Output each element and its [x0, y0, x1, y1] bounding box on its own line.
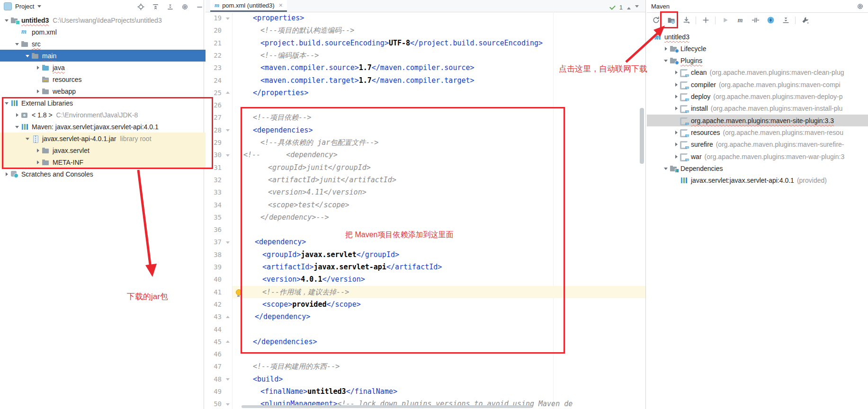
chevron-down-icon[interactable] [662, 162, 670, 174]
code-token: <!-- <dependency> [243, 151, 338, 159]
project-item-webapp[interactable]: webapp [0, 85, 238, 97]
chevron-right-icon[interactable] [662, 43, 670, 54]
code-line-30: <!-- <dependency> [243, 149, 338, 161]
chevron-right-icon[interactable] [34, 144, 42, 156]
chevron-right-icon[interactable] [672, 91, 680, 103]
fold-marker-icon[interactable] [224, 398, 231, 409]
lightbulb-icon[interactable] [236, 289, 242, 295]
maven-item-plugins[interactable]: Plugins [647, 55, 868, 67]
fold-marker-icon[interactable] [224, 373, 231, 386]
chevron-right-icon[interactable] [672, 103, 680, 115]
code-token: </maven.compiler.source> [372, 63, 474, 72]
code-line-25: </properties> [253, 87, 308, 99]
jar-icon [31, 135, 40, 142]
maven-item-compiler[interactable]: mcompiler(org.apache.maven.plugins:maven… [647, 79, 868, 90]
editor-body[interactable]: 19<properties>20<!--项目的默认构造编码-->21<proje… [206, 12, 645, 409]
ide-window: Project untitled3C:\Users\wang\IdeaProje… [0, 0, 868, 409]
project-item-untitled3[interactable]: untitled3C:\Users\wang\IdeaProjects\unti… [0, 14, 206, 26]
inspection-widget[interactable]: 1 [610, 4, 639, 11]
project-item-javax.servlet[interactable]: javax.servlet [0, 144, 238, 156]
code-line-49: <finalName>untitled3</finalName> [260, 385, 397, 398]
project-item-javax.servlet-api-4.0.1.jar[interactable]: javax.servlet-api-4.0.1.jarlibrary root [0, 133, 227, 144]
code-line-31: <groupId>junit</groupId> [268, 161, 371, 174]
code-token: <artifactId> [262, 263, 313, 271]
tree-item-label: surefire [691, 141, 713, 148]
maven-item-deploy[interactable]: mdeploy(org.apache.maven.plugins:maven-d… [647, 91, 868, 103]
fold-marker-icon[interactable] [224, 236, 231, 249]
chevron-down-icon[interactable] [13, 121, 21, 133]
previous-problem-icon[interactable] [627, 5, 631, 9]
tab-pom-xml[interactable]: m pom.xml (untitled3) × [210, 0, 287, 12]
maven-item-install[interactable]: minstall(org.apache.maven.plugins:maven-… [647, 103, 868, 115]
line-number: 38 [206, 249, 222, 261]
maven-item-javax.servlet-javax.servlet-api-4.0.1[interactable]: javax.servlet:javax.servlet-api:4.0.1(pr… [647, 175, 868, 187]
project-item-scratches-and-consoles[interactable]: Scratches and Consoles [0, 168, 206, 180]
fold-marker-icon[interactable] [224, 311, 231, 323]
maven-tree: muntitled3LifecyclePluginsmclean(org.apa… [647, 0, 868, 409]
chevron-right-icon[interactable] [672, 126, 680, 138]
editor-horizontal-scrollbar[interactable] [242, 405, 531, 408]
project-item-pom.xml[interactable]: mpom.xml [0, 26, 217, 38]
line-number: 42 [206, 298, 222, 311]
fold-marker-icon[interactable] [224, 87, 231, 99]
maven-item-dependencies[interactable]: Dependencies [647, 162, 868, 174]
code-token: <version> [262, 275, 301, 284]
fold-marker-icon[interactable] [224, 336, 231, 348]
project-item-java[interactable]: java [0, 62, 238, 73]
project-item-resources[interactable]: resources [0, 73, 238, 85]
chevron-right-icon[interactable] [13, 109, 21, 121]
chevron-right-icon[interactable] [34, 62, 42, 73]
code-token: <groupId>junit</groupId> [268, 163, 371, 172]
project-item-1.8[interactable]: < 1.8 >C:\Environment\Java\JDK-8 [0, 109, 217, 121]
chevron-down-icon[interactable] [3, 14, 10, 26]
editor-vertical-scrollbar[interactable] [640, 108, 644, 164]
chevron-right-icon[interactable] [672, 67, 680, 79]
tree-item-suffix: C:\Environment\Java\JDK-8 [56, 111, 138, 119]
line-number: 26 [206, 99, 222, 112]
fold-marker-icon[interactable] [224, 12, 231, 25]
project-item-external-libraries[interactable]: External Libraries [0, 97, 206, 109]
maven-item-org.apache.maven.plugins-maven-site-plugin-3.3[interactable]: morg.apache.maven.plugins:maven-site-plu… [647, 115, 868, 126]
chevron-right-icon[interactable] [672, 139, 680, 151]
code-token: </scope> [326, 300, 360, 309]
chevron-down-icon[interactable] [24, 133, 31, 144]
project-panel: Project untitled3C:\Users\wang\IdeaProje… [0, 0, 204, 409]
line-number: 41 [206, 286, 222, 299]
plugin-icon: m [680, 93, 689, 100]
project-item-maven-javax.servlet-javax.servlet-api-4.0.1[interactable]: Maven: javax.servlet:javax.servlet-api:4… [0, 121, 217, 133]
code-token: provided [292, 300, 326, 309]
maven-item-surefire[interactable]: msurefire(org.apache.maven.plugins:maven… [647, 139, 868, 151]
chevron-down-icon[interactable] [662, 55, 670, 67]
code-token: <!--作用域，建议去掉--> [262, 288, 349, 296]
line-number: 32 [206, 174, 222, 187]
project-item-src[interactable]: src [0, 38, 217, 50]
project-item-meta-inf[interactable]: META-INF [0, 156, 238, 168]
maven-item-untitled3[interactable]: muntitled3 [647, 31, 868, 43]
tree-item-suffix: (org.apache.maven.plugins:maven-install-… [711, 105, 843, 112]
tree-item-label: resources [53, 76, 81, 83]
line-number: 46 [206, 348, 222, 361]
code-token: <!--项目的默认构造编码--> [260, 26, 354, 35]
chevron-right-icon[interactable] [34, 85, 42, 97]
close-icon[interactable]: × [279, 1, 283, 9]
chevron-down-icon[interactable] [13, 38, 21, 50]
maven-item-war[interactable]: mwar(org.apache.maven.plugins:maven-war-… [647, 151, 868, 162]
fold-marker-icon[interactable] [224, 149, 231, 161]
code-line-38: <groupId>javax.servlet</groupId> [262, 249, 399, 261]
chevron-right-icon[interactable] [672, 79, 680, 90]
chevron-right-icon[interactable] [34, 156, 42, 168]
project-item-main[interactable]: main [0, 50, 227, 62]
tree-item-label: Maven: javax.servlet:javax.servlet-api:4… [32, 123, 159, 131]
next-problem-icon[interactable] [635, 5, 639, 9]
code-token: </version> [322, 275, 365, 284]
chevron-down-icon[interactable] [3, 97, 10, 109]
maven-item-clean[interactable]: mclean(org.apache.maven.plugins:maven-cl… [647, 67, 868, 79]
maven-item-resources[interactable]: mresources(org.apache.maven.plugins:mave… [647, 126, 868, 138]
code-line-43: </dependency> [255, 311, 310, 323]
maven-item-lifecycle[interactable]: Lifecycle [647, 43, 868, 54]
fold-marker-icon[interactable] [224, 124, 231, 137]
chevron-down-icon[interactable] [24, 50, 31, 62]
chevron-right-icon[interactable] [672, 151, 680, 162]
chevron-right-icon[interactable] [3, 168, 10, 180]
code-line-40: <version>4.0.1</version> [262, 273, 365, 286]
